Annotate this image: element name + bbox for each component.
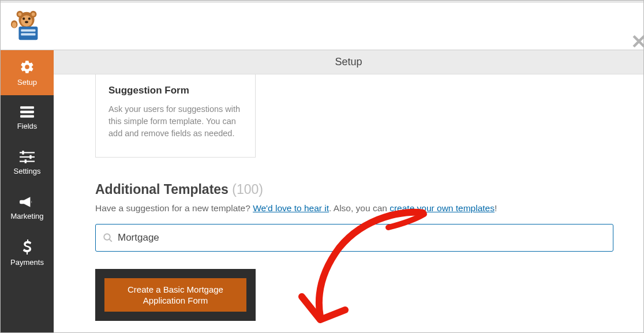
dollar-icon xyxy=(22,240,32,255)
subtext-part: ! xyxy=(495,203,497,213)
svg-rect-16 xyxy=(20,115,34,117)
heading-text: Additional Templates xyxy=(95,182,229,197)
card-title: Suggestion Form xyxy=(108,85,242,96)
subtext: Have a suggestion for a new template? We… xyxy=(95,203,643,214)
svg-point-3 xyxy=(18,13,21,16)
sidebar-item-label: Settings xyxy=(14,167,41,175)
search-icon xyxy=(103,233,113,243)
svg-point-7 xyxy=(28,17,31,20)
sidebar-item-fields[interactable]: Fields xyxy=(1,95,54,140)
suggestion-link[interactable]: We'd love to hear it xyxy=(253,203,329,213)
svg-rect-20 xyxy=(22,151,24,155)
close-icon[interactable]: ✕ xyxy=(631,32,644,51)
sidebar-item-label: Setup xyxy=(17,78,37,87)
svg-rect-14 xyxy=(20,106,34,108)
svg-rect-19 xyxy=(20,160,35,162)
search-box[interactable] xyxy=(95,224,613,252)
sidebar-item-setup[interactable]: Setup xyxy=(1,50,54,95)
svg-point-6 xyxy=(23,17,25,20)
wpforms-logo xyxy=(9,8,44,46)
svg-point-8 xyxy=(25,21,28,23)
svg-line-24 xyxy=(110,240,112,242)
template-card-suggestion[interactable]: Suggestion Form Ask your users for sugge… xyxy=(95,74,256,158)
create-own-link[interactable]: create your own templates xyxy=(390,203,495,213)
svg-rect-12 xyxy=(21,29,35,32)
svg-rect-15 xyxy=(20,110,34,113)
heading-count: (100) xyxy=(232,182,263,197)
page-title: Setup xyxy=(54,50,643,74)
create-template-button[interactable]: Create a Basic Mortgage Application Form xyxy=(104,278,246,312)
gear-icon xyxy=(20,59,35,74)
list-icon xyxy=(20,106,35,118)
sidebar-item-label: Fields xyxy=(17,122,38,130)
sidebar: Setup Fields Settings Marketing Payments xyxy=(1,50,54,332)
sidebar-item-settings[interactable]: Settings xyxy=(1,140,54,185)
subtext-part: . Also, you can xyxy=(329,203,390,213)
search-input[interactable] xyxy=(118,232,606,244)
svg-point-23 xyxy=(104,234,110,240)
svg-point-10 xyxy=(12,22,17,28)
subtext-part: Have a suggestion for a new template? xyxy=(95,203,253,213)
sidebar-item-marketing[interactable]: Marketing xyxy=(1,185,54,230)
sidebar-item-label: Marketing xyxy=(10,212,43,220)
sliders-icon xyxy=(20,151,35,163)
svg-rect-17 xyxy=(20,152,35,153)
top-bar: ✕ xyxy=(1,1,643,50)
sidebar-item-payments[interactable]: Payments xyxy=(1,230,54,275)
svg-rect-18 xyxy=(20,156,35,157)
page-title-text: Setup xyxy=(335,56,362,68)
svg-rect-21 xyxy=(29,155,31,159)
card-desc: Ask your users for suggestions with this… xyxy=(108,103,242,140)
search-result: Create a Basic Mortgage Application Form xyxy=(95,269,256,321)
svg-rect-13 xyxy=(21,33,35,36)
sidebar-item-label: Payments xyxy=(10,258,44,267)
bullhorn-icon xyxy=(20,196,35,208)
svg-rect-22 xyxy=(25,159,27,163)
additional-templates-heading: Additional Templates (100) xyxy=(95,182,643,197)
svg-point-4 xyxy=(32,13,35,16)
